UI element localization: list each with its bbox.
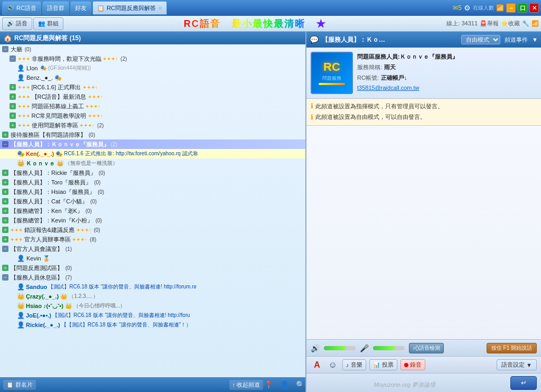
collapse-channel-button[interactable]: ↑ 收起頻道 <box>229 380 264 390</box>
speaker-volume-fill <box>324 346 346 350</box>
tools-button[interactable]: 🔧 <box>522 20 529 27</box>
user-name: Benz._●_. 🎭 <box>26 74 62 81</box>
user-icon-bottom[interactable]: 👤 <box>282 380 286 389</box>
tab-friends[interactable]: 好友 <box>70 1 91 15</box>
font-button[interactable]: A <box>311 359 323 371</box>
settings-icon[interactable]: ⚙ <box>464 4 471 12</box>
watermark: Moyuzone.org 夢游論壇 <box>374 381 435 389</box>
record-button[interactable]: 錄音 <box>400 359 425 370</box>
tab-voicegroup[interactable]: 語音群 <box>42 1 69 15</box>
user-row-sanduo[interactable]: 👤 Sanduo 【測試】RC6.18 版本 "讓你的聲音、與臉書相連! htt… <box>0 282 305 292</box>
channel-name: 【服務總管】：Ken『老K』 <box>11 207 83 215</box>
minimize-button[interactable]: － <box>506 3 516 13</box>
channel-row-usage[interactable]: ＋ ✦✦✦ 使用問題解答專區 ✦✦✦↑ (2) <box>0 120 305 130</box>
favorite-icon[interactable]: ⭐收藏 <box>501 20 520 27</box>
person-icon: 👤 <box>280 380 289 389</box>
user-icon: 👤 <box>17 321 25 329</box>
channel-row-ken-mgr[interactable]: ＋ 【服務總管】：Ken『老K』 (0) <box>0 206 305 216</box>
main-layout: 🏠 RC問題反應與解答 (15) － 大廳 (0) － ✦✦✦ 非服務時間，歡迎… <box>0 32 541 392</box>
user-email[interactable]: t35815@raidcall.com.tw <box>357 83 419 94</box>
group-card-button[interactable]: 📋 群名片 <box>3 380 36 390</box>
tab-voicegroup-label: 語音群 <box>47 4 64 12</box>
group-button[interactable]: 👥 群組 <box>33 17 63 30</box>
bottom-icons[interactable]: 📍 <box>266 380 270 389</box>
user-row-hsiao2[interactable]: 👑 Hsiao ♪(•ˇ◡ˇ•) 👑 （今日心情哼哼哦...） <box>0 301 305 311</box>
tab-rclive[interactable]: 🔊 RC語音 <box>2 1 41 15</box>
channel-row-noservice[interactable]: － ✦✦✦ 非服務時間，歡迎下次光臨 ✦✦✦↑ (2) <box>0 54 305 63</box>
user-row-benz[interactable]: 👤 Benz._●_. 🎭 <box>0 73 305 82</box>
vote-button[interactable]: 📊 投票 <box>369 359 397 370</box>
avatar-content: RC 問題服務 <box>319 60 345 86</box>
channel-count: (0) <box>97 170 105 176</box>
emoji-icon: ☺ <box>329 360 337 370</box>
user-msg: 【【測試】RC6.18 版本 "讓你的聲音、與臉書相連"！） <box>61 321 192 329</box>
channel-count: (0) <box>87 132 95 138</box>
close-button[interactable]: ✕ <box>529 3 539 13</box>
user-row-kevin[interactable]: 👤 Kevin 🏅 <box>0 254 305 263</box>
user-msg: RC6.1.6 正式推出 靠: http://tw.foreti.com/yah… <box>64 150 198 157</box>
notice-text-2: 此頻道被設置為自由模式，可以自由發言。 <box>315 113 426 122</box>
tab-rc-qa[interactable]: 📋 RC問題反應與解答 ✕ <box>92 1 167 15</box>
tab-close-icon[interactable]: ✕ <box>158 5 162 11</box>
channel-row-faq[interactable]: ＋ ✦✦✦ RC常見問題教學說明 ✦✦✦↑ <box>0 111 305 120</box>
channel-count: (2) <box>96 123 104 128</box>
channel-row-reception[interactable]: ＋ 接待服務區【有問題請排隊】 (0) <box>0 130 305 139</box>
star-right: ✦✦✦↑ <box>84 104 101 109</box>
user-row-ken[interactable]: 🎭 Ken(._●_.) 🎭 RC6.1.6 正式推出 靠: http://tw… <box>0 149 305 158</box>
user-row-rickie2[interactable]: 👤 Rickie(._●_.) 【【測試】RC6.18 版本 "讓你的聲音、與臉… <box>0 320 305 330</box>
channel-row-dating[interactable]: － 大廳 (0) <box>0 44 305 54</box>
music-label: 音樂 <box>351 361 362 369</box>
emoji-button[interactable]: ☺ <box>327 359 339 371</box>
chat-channel-icon: 💬 <box>310 35 319 44</box>
channel-count: (0) <box>64 265 72 271</box>
mode-select[interactable]: 自由模式 指揮模式 <box>461 35 500 44</box>
music-button[interactable]: ♪ 音樂 <box>342 359 366 370</box>
expand-icon: ＋ <box>2 179 8 185</box>
user-name: Kevin 🏅 <box>26 255 50 262</box>
group-label: 群組 <box>47 20 59 27</box>
channel-row-konve[interactable]: － 【服務人員】：Ｋｏｎｖｅ『服務員』 (2) <box>0 139 305 149</box>
channel-row-toro[interactable]: ＋ 【服務人員】：Toro『服務員』 (0) <box>0 178 305 187</box>
voice-detect-button[interactable]: ♪()語音檢測 <box>409 343 444 353</box>
tab-rc-qa-label: RC問題反應與解答 <box>107 4 156 12</box>
channel-row-errors[interactable]: ＋ ✦✦✦ 錯誤報告&建議反應 ✦✦✦↑ (0) <box>0 225 305 235</box>
channel-list[interactable]: － 大廳 (0) － ✦✦✦ 非服務時間，歡迎下次光臨 ✦✦✦↑ (2) 👤 L… <box>0 44 305 377</box>
user-row-crazy[interactable]: 👑 Çrazy(._●_.) 👑 （1.2.3.... ） <box>0 292 305 301</box>
channel-row-official[interactable]: ＋ ✦✦✦ 官方人員辦事專區 ✦✦✦↑ (8) <box>0 235 305 244</box>
f1-talk-button[interactable]: 按住 F1 開始說話 <box>487 343 537 353</box>
user-row-konve[interactable]: 👑 Ｋｏｎｖｅ 👑 （無奈也是一種洗脫） <box>0 158 305 168</box>
channel-row-test[interactable]: ＋ 【問題反應測試區】 (0) <box>0 263 305 273</box>
user-row-joe[interactable]: 👤 JoE(.•●•.) 【測試】RC6.18 版本 "讓你的聲音、與臉書相連!… <box>0 311 305 320</box>
voice-settings-button[interactable]: 語音設定 ▼ <box>497 359 537 370</box>
account-label: RC帳號: <box>357 73 379 83</box>
channel-row-hsiao[interactable]: ＋ 【服務人員】：Hsiao『服務員』 (0) <box>0 187 305 197</box>
left-panel: 🏠 RC問題反應與解答 (15) － 大廳 (0) － ✦✦✦ 非服務時間，歡迎… <box>0 32 306 392</box>
channel-row-rickie[interactable]: ＋ 【服務人員】：Rickie『服務員』 (0) <box>0 168 305 178</box>
channel-row-rc616[interactable]: ＋ ✦✦✦ [RC6.1.6] 正式釋出 ✦✦✦↑ <box>0 82 305 92</box>
avatar-bar <box>319 83 345 85</box>
channel-row-rest[interactable]: － 【服務人員休息區】 (7) <box>0 273 305 282</box>
channel-name: 大廳 <box>11 45 22 53</box>
channel-row-kevin-mgr[interactable]: ＋ 【服務總管】：Kevin『K小粉』 (0) <box>0 216 305 225</box>
font-icon: A <box>314 360 320 370</box>
channel-row-recruit[interactable]: ＋ ✦✦✦ 問題區招募線上義工 ✦✦✦↑ <box>0 101 305 111</box>
report-button[interactable]: 🚨舉報 <box>480 20 499 27</box>
speaker-volume-bar[interactable] <box>324 346 356 350</box>
channel-name: 【服務人員】：Ｋｏｎｖｅ『服務員』 <box>11 141 109 148</box>
user-role: 問題區服務人員:Ｋｏｎｖｅ『服務員』 <box>357 52 458 62</box>
expand-icon: ＋ <box>2 227 8 233</box>
user-msg: 【測試】RC6.18 版本 "讓你的聲音、與臉書相連! http://forum… <box>52 312 190 319</box>
enter-button[interactable]: ↵ <box>510 376 537 390</box>
voice-button[interactable]: 🔊 語音 <box>2 17 32 30</box>
channel-row-cat[interactable]: ＋ 【服務人員】：Cat『C小貓』 (0) <box>0 197 305 206</box>
settings-label: 語音設定 <box>501 361 525 369</box>
channel-row-rcnews[interactable]: ＋ ✦✦✦ 【RC語音】最新消息 ✦✦✦↑ <box>0 92 305 101</box>
user-msg: 【測試】RC6.18 版本 "讓你的聲音、與臉書相連! http://forum… <box>48 283 196 291</box>
user-row-lion[interactable]: 👤 LIon 🎭 (GF.lion444(暱輔)) <box>0 63 305 73</box>
channel-row-conf[interactable]: － 【官方人員會議室】 (1) <box>0 244 305 254</box>
collapse-label: 收起頻道 <box>237 381 260 389</box>
mic-volume-bar[interactable] <box>373 346 405 350</box>
search-icon-bottom[interactable]: 🔍 <box>298 380 302 389</box>
avatar: RC 問題服務 <box>311 52 353 94</box>
maximize-button[interactable]: 口 <box>518 3 527 13</box>
